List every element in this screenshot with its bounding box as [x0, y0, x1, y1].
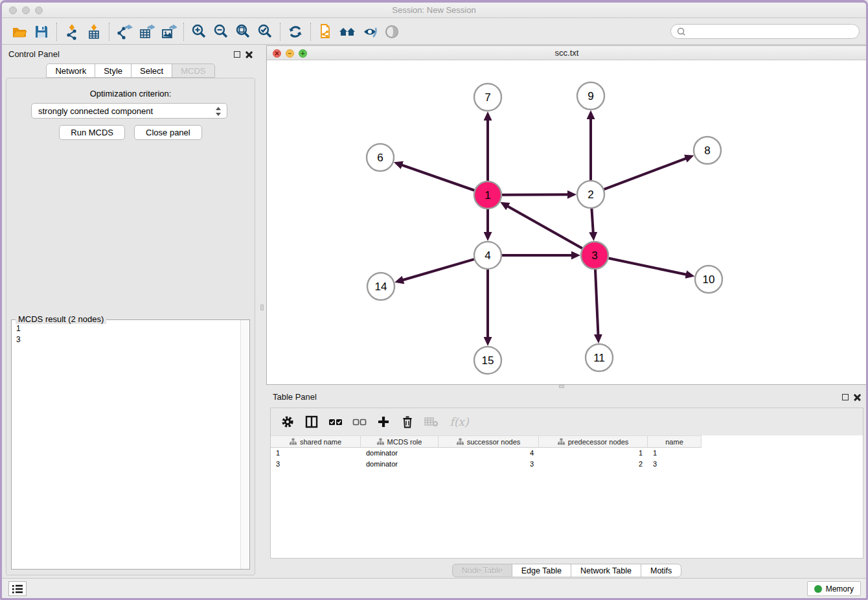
- tab-network[interactable]: Network: [46, 63, 95, 78]
- table-row[interactable]: 3dominator323: [271, 459, 863, 470]
- table-cell[interactable]: 2: [539, 459, 648, 470]
- node-label: 11: [593, 352, 605, 364]
- criterion-dropdown[interactable]: strongly connected component: [31, 103, 227, 119]
- network-frame-titlebar: ✕ − + scc.txt: [267, 46, 867, 60]
- table-row[interactable]: 1dominator411: [271, 448, 863, 459]
- duplicate-network-icon[interactable]: [315, 22, 337, 41]
- import-table-icon[interactable]: [83, 22, 105, 41]
- node-label: 14: [375, 281, 387, 293]
- tab-network-table[interactable]: Network Table: [571, 564, 641, 577]
- refresh-icon[interactable]: [284, 22, 306, 41]
- zoom-selected-icon[interactable]: [254, 22, 276, 41]
- mcds-result-box: MCDS result (2 nodes) 13: [11, 319, 250, 570]
- node-6[interactable]: 6: [367, 144, 394, 171]
- table-cell[interactable]: 1: [648, 448, 702, 459]
- edge-2-8[interactable]: [604, 158, 687, 189]
- node-10[interactable]: 10: [695, 266, 722, 293]
- column-header-predecessor-nodes[interactable]: predecessor nodes: [539, 435, 648, 448]
- export-table-icon[interactable]: [135, 22, 157, 41]
- tab-mcds[interactable]: MCDS: [172, 63, 214, 78]
- result-scrollbar[interactable]: [240, 320, 249, 569]
- node-7[interactable]: 7: [474, 84, 501, 111]
- search-input[interactable]: [690, 27, 854, 36]
- column-header-MCDS-role[interactable]: MCDS role: [361, 435, 439, 448]
- table-cell[interactable]: 3: [439, 459, 539, 470]
- table-cell[interactable]: 3: [271, 459, 361, 470]
- edge-2-3[interactable]: [591, 209, 593, 233]
- node-3[interactable]: 3: [581, 242, 608, 269]
- node-11[interactable]: 11: [586, 344, 613, 371]
- node-9[interactable]: 9: [577, 82, 604, 110]
- result-item[interactable]: 3: [16, 334, 236, 345]
- tab-node-table[interactable]: Node Table: [452, 564, 512, 577]
- node-label: 7: [485, 91, 490, 104]
- table-cell[interactable]: dominator: [361, 448, 439, 459]
- select-all-rows-icon[interactable]: [326, 413, 345, 431]
- network-graph[interactable]: 7968124314101511: [267, 60, 867, 384]
- result-item[interactable]: 1: [16, 323, 236, 334]
- column-header-label: name: [665, 438, 683, 446]
- table-header-row: shared nameMCDS rolesuccessor nodesprede…: [271, 435, 863, 448]
- zoom-in-icon[interactable]: [188, 22, 210, 41]
- close-panel-button[interactable]: Close panel: [134, 125, 202, 140]
- close-table-panel-icon[interactable]: [854, 393, 861, 400]
- open-file-icon[interactable]: [8, 22, 30, 41]
- column-header-shared-name[interactable]: shared name: [271, 435, 361, 448]
- delete-table-icon[interactable]: [422, 413, 440, 431]
- node-15[interactable]: 15: [474, 347, 501, 374]
- float-panel-icon[interactable]: [234, 51, 240, 58]
- tree-icon: [377, 438, 384, 445]
- column-header-successor-nodes[interactable]: successor nodes: [439, 435, 539, 448]
- delete-column-trash-icon[interactable]: [398, 413, 417, 431]
- import-network-icon[interactable]: [61, 22, 83, 41]
- control-panel-title: Control Panel: [8, 49, 60, 59]
- vertical-splitter-handle[interactable]: [260, 305, 264, 310]
- zoom-out-icon[interactable]: [210, 22, 232, 41]
- show-columns-icon[interactable]: [303, 413, 321, 431]
- deselect-all-rows-icon[interactable]: [350, 413, 369, 431]
- add-column-icon[interactable]: [374, 413, 393, 431]
- export-image-icon[interactable]: [157, 22, 179, 41]
- home-icon[interactable]: [337, 22, 359, 41]
- node-8[interactable]: 8: [694, 137, 721, 164]
- edge-1-2[interactable]: [502, 194, 568, 195]
- tab-select[interactable]: Select: [131, 63, 172, 78]
- function-builder-icon[interactable]: f(x): [446, 413, 472, 431]
- tab-motifs[interactable]: Motifs: [641, 564, 681, 577]
- node-2[interactable]: 2: [577, 181, 604, 208]
- close-panel-icon[interactable]: [246, 51, 253, 58]
- edge-1-6[interactable]: [402, 165, 474, 190]
- node-label: 4: [485, 249, 490, 262]
- memory-button[interactable]: Memory: [807, 581, 861, 596]
- node-1[interactable]: 1: [474, 181, 501, 209]
- criterion-value: strongly connected component: [38, 106, 153, 116]
- table-cell[interactable]: 3: [648, 459, 702, 470]
- tab-edge-table[interactable]: Edge Table: [512, 564, 571, 577]
- edge-3-11[interactable]: [595, 270, 598, 335]
- zoom-fit-icon[interactable]: [232, 22, 254, 41]
- run-mcds-button[interactable]: Run MCDS: [59, 125, 125, 140]
- hide-graphics-icon[interactable]: [381, 22, 403, 41]
- table-cell[interactable]: 1: [271, 448, 361, 459]
- column-header-name[interactable]: name: [648, 435, 702, 448]
- save-session-icon[interactable]: [30, 22, 52, 41]
- table-cell[interactable]: dominator: [361, 459, 439, 470]
- network-canvas[interactable]: 7968124314101511: [267, 60, 867, 384]
- task-history-icon[interactable]: [8, 581, 27, 596]
- table-tabs: Node TableEdge TableNetwork TableMotifs: [266, 564, 867, 577]
- table-cell[interactable]: 1: [539, 448, 648, 459]
- node-14[interactable]: 14: [367, 273, 394, 300]
- edge-3-1[interactable]: [507, 206, 582, 248]
- tab-style[interactable]: Style: [95, 63, 131, 78]
- edge-4-14[interactable]: [403, 259, 474, 280]
- table-cell[interactable]: 4: [439, 448, 539, 459]
- node-4[interactable]: 4: [474, 242, 501, 269]
- status-bar: Memory: [2, 578, 866, 598]
- export-network-icon[interactable]: [113, 22, 135, 41]
- toolbar-separator: [310, 23, 311, 41]
- table-settings-gear-icon[interactable]: [279, 413, 297, 431]
- edge-3-10[interactable]: [609, 259, 687, 275]
- mcds-result-list[interactable]: 13: [12, 322, 240, 568]
- style-preview-icon[interactable]: [359, 22, 381, 41]
- float-table-panel-icon[interactable]: [842, 394, 849, 400]
